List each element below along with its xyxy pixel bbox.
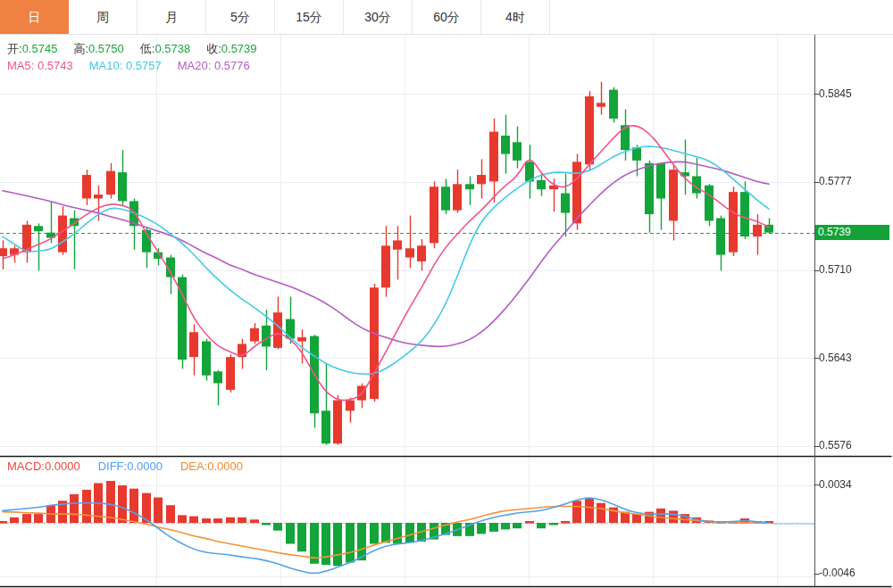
tab-interval-5min[interactable]: 5分 (206, 0, 275, 34)
tab-interval-week[interactable]: 周 (69, 0, 138, 34)
macd-axis-label: 0.0034 (819, 478, 852, 491)
open-value: 开:0.5745 (7, 41, 57, 57)
tab-interval-60min[interactable]: 60分 (413, 0, 481, 34)
price-axis-label: 0.5845 (819, 87, 852, 100)
ma5-value: MA5: 0.5743 (7, 59, 73, 72)
tab-interval-4hour[interactable]: 4时 (481, 0, 550, 34)
kline-app: 日 周 月 5分 15分 30分 60分 4时 开:0.5745 高:0.575… (0, 0, 893, 588)
close-value: 收:0.5739 (206, 41, 256, 57)
price-axis-label: 0.5643 (819, 352, 852, 364)
high-value: 高:0.5750 (73, 41, 123, 57)
tab-interval-15min[interactable]: 15分 (275, 0, 344, 34)
tab-interval-day[interactable]: 日 (0, 0, 69, 34)
ma-legend: MA5: 0.5743 MA10: 0.5757 MA20: 0.5776 (7, 59, 250, 72)
dea-value: DEA:0.0000 (180, 460, 243, 473)
low-value: 低:0.5738 (140, 41, 190, 57)
ma10-value: MA10: 0.5757 (89, 59, 162, 72)
price-axis-label: 0.5576 (819, 439, 852, 451)
interval-tabbar: 日 周 月 5分 15分 30分 60分 4时 (0, 0, 893, 35)
tab-interval-30min[interactable]: 30分 (344, 0, 413, 34)
ma20-value: MA20: 0.5776 (178, 59, 250, 72)
tab-interval-month[interactable]: 月 (138, 0, 206, 34)
current-price-badge: 0.5739 (815, 225, 889, 240)
ohlc-legend: 开:0.5745 高:0.5750 低:0.5738 收:0.5739 (7, 41, 257, 57)
price-axis-label: 0.5777 (819, 175, 852, 187)
diff-value: DIFF:0.0000 (98, 460, 163, 473)
price-axis-label: 0.5710 (819, 263, 852, 276)
macd-axis-label: -0.0046 (819, 567, 855, 579)
macd-value: MACD:0.0000 (7, 460, 80, 473)
kline-chart-canvas[interactable] (0, 0, 893, 588)
macd-legend: MACD:0.0000 DIFF:0.0000 DEA:0.0000 (7, 460, 243, 473)
